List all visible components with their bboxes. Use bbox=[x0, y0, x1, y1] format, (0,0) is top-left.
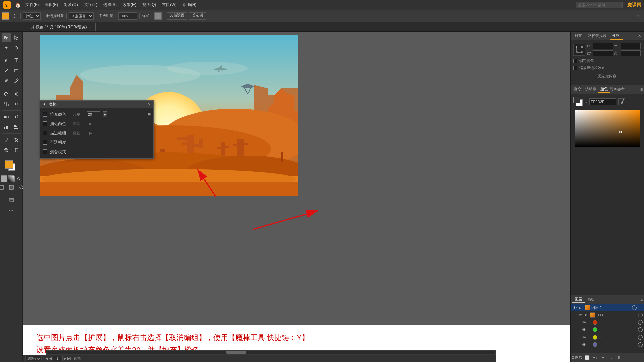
layer-dark-row[interactable]: 👁 ··· bbox=[571, 341, 644, 348]
layer-003-target-btn[interactable] bbox=[638, 313, 643, 317]
layer-2-row[interactable]: 👁 ▶ 图层 2 bbox=[571, 304, 644, 311]
tab-close-btn[interactable]: × bbox=[90, 25, 92, 29]
point-type-select[interactable]: 3 点圆形 bbox=[69, 12, 94, 20]
horizontal-scrollbar[interactable] bbox=[46, 350, 496, 355]
layer-003-expand-btn[interactable]: ▼ bbox=[584, 313, 589, 317]
lasso-tool-btn[interactable]: ⊙ bbox=[12, 43, 21, 52]
y-input[interactable] bbox=[621, 43, 641, 49]
opacity-checkbox[interactable] bbox=[43, 140, 47, 145]
pen-tool-btn[interactable] bbox=[2, 56, 11, 65]
layers-panel-menu-btn[interactable]: ≡ bbox=[640, 297, 643, 302]
artboards-tab[interactable]: 画板 bbox=[585, 296, 597, 303]
layer-yellow-target-btn[interactable] bbox=[638, 335, 643, 340]
rotate-tool-btn[interactable] bbox=[2, 89, 11, 99]
doc-settings-btn[interactable]: 文档设置 bbox=[167, 12, 187, 20]
page-input[interactable] bbox=[53, 356, 63, 361]
layer-2-expand-btn[interactable]: ▶ bbox=[579, 306, 583, 310]
search-input[interactable] bbox=[576, 2, 623, 8]
warp-tool-btn[interactable] bbox=[12, 99, 21, 109]
eyedropper-color-btn[interactable] bbox=[618, 98, 625, 105]
direct-selection-tool-btn[interactable] bbox=[12, 33, 21, 42]
fill-tolerance-input[interactable] bbox=[87, 111, 100, 117]
layer-003-row[interactable]: 👁 ▼ 003 bbox=[571, 311, 644, 319]
transparency-tab[interactable]: 透明度 bbox=[583, 86, 598, 93]
color-picker-gradient[interactable] bbox=[575, 110, 640, 147]
reflect-tool-btn[interactable] bbox=[12, 89, 21, 99]
magic-panel-minimize-btn[interactable]: __ bbox=[100, 102, 104, 106]
new-layer-btn[interactable]: + bbox=[600, 354, 606, 361]
make-clipping-mask-btn[interactable]: ⬜ bbox=[584, 354, 590, 361]
style-swatch[interactable] bbox=[154, 12, 162, 20]
align-tab[interactable]: 对齐 bbox=[572, 32, 585, 40]
zoom-select[interactable]: 100% bbox=[25, 356, 42, 361]
menu-select[interactable]: 选择(S) bbox=[101, 1, 119, 9]
symbol-sprayer-btn[interactable] bbox=[12, 112, 21, 122]
layer-red-target-btn[interactable] bbox=[638, 320, 643, 325]
last-page-btn[interactable]: ▶| bbox=[67, 356, 71, 361]
bar-graph-btn[interactable] bbox=[12, 122, 21, 132]
column-graph-btn[interactable] bbox=[2, 122, 11, 132]
menu-file[interactable]: 文件(F) bbox=[23, 1, 41, 9]
gradient-mode-btn[interactable] bbox=[8, 175, 15, 182]
magic-wand-tool-btn[interactable]: ✦ bbox=[2, 43, 11, 52]
more-tools-btn[interactable]: ··· bbox=[7, 206, 16, 215]
hand-btn[interactable] bbox=[12, 145, 21, 155]
color-ref-tab[interactable]: 颜色参考 bbox=[610, 87, 625, 92]
color-panel-menu-btn[interactable]: ≡ bbox=[640, 87, 643, 92]
foreground-color-swatch[interactable] bbox=[5, 160, 13, 169]
none-mode-btn[interactable]: ⊘ bbox=[15, 175, 22, 182]
layer-red-row[interactable]: 👁 ··· bbox=[571, 319, 644, 326]
opacity-input[interactable] bbox=[118, 12, 137, 20]
fill-tolerance-up-btn[interactable]: ▶ bbox=[103, 111, 107, 117]
scale-stroke-checkbox[interactable] bbox=[573, 66, 577, 70]
type-tool-btn[interactable]: T bbox=[12, 56, 21, 65]
document-tab[interactable]: 未标题-1* @ 100% (RGB/预览) × bbox=[27, 23, 96, 31]
arrange-btn[interactable]: ↕ bbox=[608, 354, 614, 361]
preferences-btn[interactable]: 首选项 bbox=[189, 12, 206, 20]
line-tool-btn[interactable] bbox=[2, 66, 11, 75]
layer-2-target-btn[interactable] bbox=[632, 305, 637, 310]
layer-dark-target-btn[interactable] bbox=[638, 342, 643, 347]
menu-edit[interactable]: 编辑(E) bbox=[42, 1, 61, 9]
right-panel-close-btn[interactable]: ✕ bbox=[636, 33, 643, 39]
default-colors-btn[interactable] bbox=[573, 97, 583, 107]
color-tab[interactable]: 颜色 bbox=[598, 86, 610, 93]
fill-color-swatch[interactable] bbox=[2, 12, 9, 20]
home-btn[interactable]: 🏠 bbox=[13, 1, 22, 9]
delete-layer-btn[interactable]: 🗑 bbox=[616, 354, 623, 361]
scale-tool-btn[interactable] bbox=[2, 99, 11, 109]
layer-green-target-btn[interactable] bbox=[638, 327, 643, 332]
layer-2-visibility-btn[interactable]: 👁 bbox=[572, 305, 577, 310]
layer-green-row[interactable]: 👁 ··· bbox=[571, 326, 644, 334]
new-sublayer-btn[interactable]: +↓ bbox=[592, 354, 598, 361]
rect-tool-btn[interactable] bbox=[12, 66, 21, 75]
pathfinder-tab[interactable]: 路径查找器 bbox=[585, 32, 609, 40]
prev-page-btn[interactable]: ◀ bbox=[49, 356, 52, 361]
fill-color-checkbox[interactable] bbox=[43, 112, 47, 117]
normal-draw-btn[interactable] bbox=[0, 183, 6, 192]
hex-color-input[interactable] bbox=[589, 98, 616, 105]
magic-panel-close-btn[interactable]: ✕ bbox=[148, 102, 151, 107]
stroke-icon-btn[interactable]: ⬡ bbox=[11, 12, 18, 20]
toolbar-more-btn[interactable]: ≡ bbox=[635, 12, 642, 20]
selection-tool-btn[interactable] bbox=[2, 33, 11, 42]
blend-mode-select[interactable]: 擀边 bbox=[23, 12, 41, 20]
x-input[interactable] bbox=[593, 43, 613, 49]
stroke-size-checkbox[interactable] bbox=[43, 131, 47, 135]
menu-view[interactable]: 视图(Q) bbox=[140, 1, 159, 9]
layer-dark-visibility-btn[interactable]: 👁 bbox=[581, 342, 587, 347]
transform-tab[interactable]: 变换 bbox=[610, 32, 623, 40]
pencil-tool-btn[interactable] bbox=[12, 76, 21, 85]
blend-tool-btn[interactable] bbox=[2, 112, 11, 122]
menu-help[interactable]: 帮助(H) bbox=[180, 1, 199, 9]
draw-behind-btn[interactable] bbox=[7, 183, 16, 192]
menu-type[interactable]: 文字(T) bbox=[82, 1, 100, 9]
layers-tab[interactable]: 图层 bbox=[572, 296, 585, 303]
paint-bucket-btn[interactable] bbox=[12, 135, 21, 145]
lock-width-checkbox[interactable] bbox=[573, 59, 577, 63]
h-input[interactable] bbox=[621, 50, 641, 56]
stroke-color-checkbox[interactable] bbox=[43, 121, 47, 126]
layer-yellow-visibility-btn[interactable]: 👁 bbox=[581, 335, 587, 340]
layer-red-visibility-btn[interactable]: 👁 bbox=[581, 320, 587, 325]
change-screen-mode-btn[interactable] bbox=[7, 196, 16, 205]
